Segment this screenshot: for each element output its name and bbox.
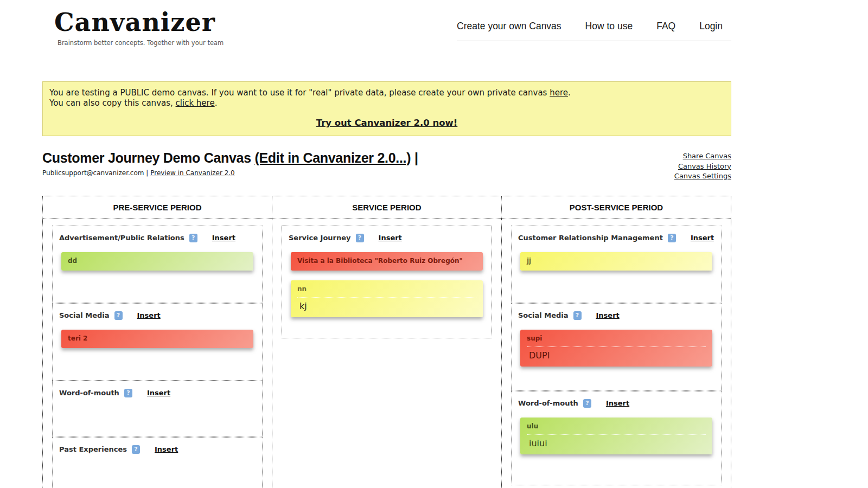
nav-link-how-to-use[interactable]: How to use [585, 21, 633, 32]
insert-link[interactable]: Insert [212, 234, 235, 242]
section-customer-relationship-management: Customer Relationship Management?Insertj… [511, 226, 722, 303]
owner-email: Publicsupport@canvanizer.com [42, 169, 144, 177]
note-body: iuiui [527, 438, 706, 449]
note-title: teri 2 [68, 335, 247, 343]
sticky-note[interactable]: dd [61, 252, 253, 271]
nav-link-faq[interactable]: FAQ [656, 21, 675, 32]
note-divider [527, 346, 706, 347]
insert-link[interactable]: Insert [691, 234, 714, 242]
canvas-table: PRE-SERVICE PERIODSERVICE PERIODPOST-SER… [42, 196, 731, 488]
notice-line-2: You can also copy this canvas, click her… [49, 98, 724, 108]
section-social-media: Social Media?Insertteri 2 [52, 303, 263, 381]
copy-canvas-link[interactable]: click here [176, 98, 215, 108]
help-icon[interactable]: ? [668, 234, 676, 242]
main-nav: Create your own CanvasHow to useFAQLogin [457, 10, 731, 41]
brand: Canvanizer Brainstorm better concepts. T… [54, 10, 224, 47]
help-icon[interactable]: ? [583, 399, 591, 408]
column-header-pre-service-period: PRE-SERVICE PERIOD [43, 196, 272, 219]
section-head: Word-of-mouth?Insert [59, 387, 256, 397]
insert-link[interactable]: Insert [137, 311, 161, 319]
note-title: Visita a la Biblioteca "Roberto Ruiz Obr… [297, 257, 476, 265]
insert-link[interactable]: Insert [606, 399, 629, 407]
section-social-media: Social Media?InsertsupiDUPI [511, 303, 722, 391]
top-bar: Canvanizer Brainstorm better concepts. T… [42, 10, 731, 47]
try-canvanizer-2-link[interactable]: Try out Canvanizer 2.0 now! [316, 118, 458, 128]
section-word-of-mouth: Word-of-mouth?Insert [52, 381, 263, 437]
note-title: ulu [527, 422, 706, 431]
canvas-settings-link[interactable]: Canvas Settings [674, 171, 731, 182]
notice-line-1: You are testing a PUBLIC demo canvas. If… [49, 88, 724, 98]
note-body: DUPI [527, 350, 706, 361]
note-body: kj [297, 301, 476, 312]
private-canvas-link[interactable]: here [550, 88, 568, 98]
share-canvas-link[interactable]: Share Canvas [674, 151, 731, 162]
notice-text-end: . [215, 98, 218, 108]
section-label: Service Journey [289, 234, 351, 242]
note-title: jj [527, 257, 706, 265]
section-label: Advertisement/Public Relations [59, 234, 184, 242]
help-icon[interactable]: ? [189, 234, 197, 242]
section-past-experiences: Past Experiences?Insert [52, 437, 263, 488]
help-icon[interactable]: ? [114, 311, 123, 320]
insert-link[interactable]: Insert [147, 389, 170, 397]
edit-in-canvanizer-link[interactable]: (Edit in Canvanizer 2.0...) [254, 150, 411, 165]
canvas-column-service-period: Service Journey?InsertVisita a la Biblio… [272, 219, 501, 488]
section-label: Social Media [518, 311, 569, 319]
nav-link-login[interactable]: Login [699, 21, 723, 32]
title-block: Customer Journey Demo Canvas (Edit in Ca… [42, 150, 418, 182]
notice-cta: Try out Canvanizer 2.0 now! [49, 118, 724, 128]
help-icon[interactable]: ? [124, 389, 132, 397]
sticky-note[interactable]: Visita a la Biblioteca "Roberto Ruiz Obr… [291, 252, 483, 271]
section-head: Social Media?Insert [59, 309, 256, 320]
help-icon[interactable]: ? [573, 311, 582, 320]
canvas-header-row: PRE-SERVICE PERIODSERVICE PERIODPOST-SER… [43, 196, 731, 219]
section-label: Past Experiences [59, 445, 127, 453]
insert-link[interactable]: Insert [596, 311, 620, 319]
canvanizer-logo[interactable]: Canvanizer [54, 10, 224, 35]
canvas-history-link[interactable]: Canvas History [674, 162, 731, 172]
help-icon[interactable]: ? [132, 445, 140, 454]
canvas-column-pre-service-period: Advertisement/Public Relations?InsertddS… [43, 219, 272, 488]
section-head: Advertisement/Public Relations?Insert [59, 232, 256, 242]
note-divider [527, 434, 706, 435]
canvas-body-row: Advertisement/Public Relations?InsertddS… [43, 219, 731, 488]
title-row: Customer Journey Demo Canvas (Edit in Ca… [42, 150, 731, 182]
sticky-note[interactable]: nnkj [291, 280, 483, 317]
section-head: Service Journey?Insert [289, 232, 485, 242]
column-header-post-service-period: POST-SERVICE PERIOD [501, 196, 731, 219]
help-icon[interactable]: ? [356, 234, 364, 242]
note-divider [297, 297, 476, 298]
section-head: Customer Relationship Management?Insert [518, 232, 714, 242]
column-header-service-period: SERVICE PERIOD [272, 196, 501, 219]
sticky-note[interactable]: supiDUPI [520, 330, 712, 367]
note-title: nn [297, 285, 476, 293]
preview-link[interactable]: Preview in Canvanizer 2.0 [150, 169, 235, 177]
canvas-title: Customer Journey Demo Canvas [42, 150, 251, 165]
section-word-of-mouth: Word-of-mouth?Insertuluiuiui [511, 391, 722, 485]
section-label: Word-of-mouth [518, 399, 578, 407]
title-pipe: | [414, 150, 418, 165]
section-head: Social Media?Insert [518, 309, 714, 320]
note-title: dd [68, 257, 247, 265]
canvas-action-links: Share CanvasCanvas HistoryCanvas Setting… [674, 150, 731, 182]
canvas-column-post-service-period: Customer Relationship Management?Insertj… [501, 219, 731, 488]
section-label: Word-of-mouth [59, 389, 119, 397]
demo-notice-banner: You are testing a PUBLIC demo canvas. If… [42, 81, 731, 136]
sticky-note[interactable]: teri 2 [61, 330, 253, 348]
notice-text: You are testing a PUBLIC demo canvas. If… [49, 88, 550, 98]
insert-link[interactable]: Insert [379, 234, 402, 242]
sticky-note[interactable]: uluiuiui [520, 418, 712, 454]
canvas-meta: Publicsupport@canvanizer.com | Preview i… [42, 169, 418, 177]
brand-tagline: Brainstorm better concepts. Together wit… [58, 39, 224, 47]
section-service-journey: Service Journey?InsertVisita a la Biblio… [282, 226, 492, 338]
nav-link-create-your-own-canvas[interactable]: Create your own Canvas [457, 21, 561, 32]
section-head: Past Experiences?Insert [59, 443, 256, 454]
section-label: Social Media [59, 311, 110, 319]
page-title: Customer Journey Demo Canvas (Edit in Ca… [42, 150, 418, 166]
notice-text-end: . [568, 88, 571, 98]
sticky-note[interactable]: jj [520, 252, 712, 271]
meta-separator: | [146, 169, 148, 177]
insert-link[interactable]: Insert [155, 445, 178, 453]
section-label: Customer Relationship Management [518, 234, 663, 242]
section-head: Word-of-mouth?Insert [518, 397, 714, 408]
